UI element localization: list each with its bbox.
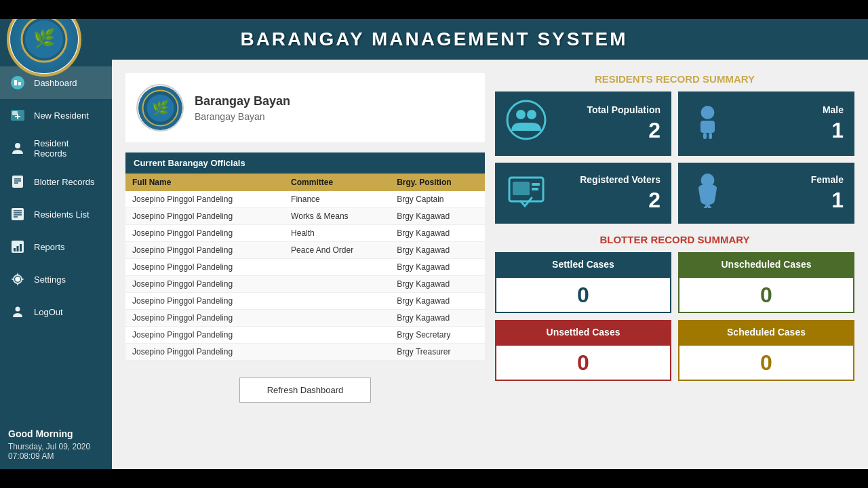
male-value: 1	[823, 118, 844, 143]
svg-rect-21	[20, 244, 22, 251]
female-label: Female	[811, 174, 844, 185]
brgy-details: Barangay Bayan Barangay Bayan	[195, 94, 290, 122]
table-row: Josepino Pinggol Pandeling Brgy Secretar…	[125, 327, 485, 344]
unscheduled-cases-value: 0	[760, 283, 772, 308]
app-title: BARANGAY MANAGEMENT SYSTEM	[240, 28, 627, 50]
cell-name: Josepino Pinggol Pandeling	[125, 310, 284, 327]
cell-committee: Health	[284, 225, 390, 242]
svg-point-29	[507, 101, 545, 139]
main-layout: Dashboard New Resident	[0, 60, 868, 469]
reports-icon	[8, 237, 27, 256]
svg-point-25	[16, 307, 20, 312]
officials-table-container: Current Barangay Officials Full Name Com…	[125, 152, 485, 361]
svg-rect-39	[532, 188, 538, 190]
blotter-scheduled-card: Scheduled Cases 0	[678, 320, 854, 381]
blotter-cases-grid: Settled Cases 0 Unscheduled Cases 0	[495, 252, 854, 381]
cell-name: Josepino Pinggol Pandeling	[125, 327, 284, 344]
logout-icon	[8, 302, 27, 321]
sidebar-item-resident-records[interactable]: Resident Records	[0, 131, 112, 165]
registered-voters-label: Registered Voters	[580, 174, 660, 185]
sidebar-label-resident-records: Resident Records	[34, 138, 104, 159]
male-label: Male	[823, 104, 844, 115]
content: 🌿 Barangay Bayan Barangay Bayan Current …	[112, 60, 868, 469]
table-row: Josepino Pinggol Pandeling Works & Means…	[125, 208, 485, 225]
svg-rect-33	[701, 121, 715, 133]
svg-rect-5	[18, 82, 21, 85]
cell-position: Brgy Kagawad	[390, 208, 485, 225]
blotter-summary: BLOTTER RECORD SUMMARY Settled Cases 0 U…	[495, 234, 854, 381]
stat-card-registered-voters: Registered Voters 2	[495, 163, 671, 224]
cell-name: Josepino Pinggol Pandeling	[125, 344, 284, 361]
sidebar-item-residents-list[interactable]: Residents List	[0, 198, 112, 230]
sidebar-label-dashboard: Dashboard	[34, 78, 77, 88]
cell-name: Josepino Pinggol Pandeling	[125, 293, 284, 310]
cell-name: Josepino Pinggol Pandeling	[125, 225, 284, 242]
svg-rect-20	[17, 246, 19, 251]
stat-card-female: Female 1	[678, 163, 854, 224]
sidebar-item-new-resident[interactable]: New Resident	[0, 99, 112, 131]
residents-summary: RESIDENTS RECORD SUMMARY	[495, 73, 854, 224]
svg-rect-38	[532, 183, 540, 186]
sidebar-item-logout[interactable]: LogOut	[0, 296, 112, 328]
total-population-icon	[506, 100, 547, 148]
svg-point-8	[15, 143, 20, 148]
svg-rect-7	[12, 111, 18, 115]
refresh-dashboard-button[interactable]: Refresh Dashboard	[239, 378, 372, 403]
cell-position: Brgy Kagawad	[390, 310, 485, 327]
cell-position: Brgy Secretary	[390, 327, 485, 344]
cell-position: Brgy Captain	[390, 191, 485, 208]
cell-position: Brgy Kagawad	[390, 293, 485, 310]
scheduled-cases-value: 0	[760, 350, 772, 375]
table-row: Josepino Pinggol Pandeling Brgy Kagawad	[125, 259, 485, 276]
dashboard-icon	[8, 73, 27, 92]
svg-point-30	[516, 110, 526, 119]
sidebar-footer: Good Morning Thursday, Jul 09, 2020 07:0…	[0, 420, 112, 469]
cell-committee: Finance	[284, 191, 390, 208]
svg-rect-4	[14, 80, 17, 85]
settled-cases-value: 0	[577, 283, 589, 308]
sidebar-label-settings: Settings	[34, 274, 66, 285]
female-info: Female 1	[811, 174, 844, 213]
cell-position: Brgy Kagawad	[390, 242, 485, 259]
unscheduled-cases-label: Unscheduled Cases	[678, 252, 854, 277]
cell-committee	[284, 344, 390, 361]
registered-voters-value: 2	[580, 188, 660, 213]
blotter-summary-title: BLOTTER RECORD SUMMARY	[495, 234, 854, 245]
residents-stats-grid: Total Population 2	[495, 92, 854, 224]
right-panel: RESIDENTS RECORD SUMMARY	[495, 73, 854, 455]
residents-summary-title: RESIDENTS RECORD SUMMARY	[495, 73, 854, 85]
sidebar-item-settings[interactable]: Settings	[0, 263, 112, 296]
unsettled-cases-value: 0	[577, 350, 589, 375]
svg-rect-19	[14, 248, 16, 251]
stat-card-male: Male 1	[678, 92, 854, 156]
unsettled-cases-body: 0	[495, 344, 671, 381]
officials-table-header: Current Barangay Officials	[125, 152, 485, 174]
cell-committee	[284, 259, 390, 276]
barangay-info: 🌿 Barangay Bayan Barangay Bayan	[125, 73, 485, 142]
table-row: Josepino Pinggol Pandeling Brgy Kagawad	[125, 293, 485, 310]
residents-list-icon	[8, 205, 27, 224]
registered-voters-icon	[506, 171, 547, 216]
settled-cases-body: 0	[495, 277, 671, 313]
sidebar: Dashboard New Resident	[0, 60, 112, 469]
total-population-value: 2	[587, 118, 660, 143]
svg-point-31	[527, 110, 536, 119]
brgy-logo-inner: 🌿	[138, 86, 182, 130]
total-population-label: Total Population	[587, 104, 660, 115]
unsettled-cases-label: Unsettled Cases	[495, 320, 671, 344]
cell-position: Brgy Kagawad	[390, 276, 485, 293]
new-resident-icon	[8, 106, 27, 125]
svg-point-32	[701, 106, 715, 119]
settled-cases-label: Settled Cases	[495, 252, 671, 277]
sidebar-item-reports[interactable]: Reports	[0, 230, 112, 263]
cell-name: Josepino Pinggol Pandeling	[125, 259, 284, 276]
male-info: Male 1	[823, 104, 844, 143]
cell-name: Josepino Pinggol Pandeling	[125, 191, 284, 208]
cell-name: Josepino Pinggol Pandeling	[125, 242, 284, 259]
svg-line-42	[708, 205, 712, 208]
bottom-bar	[0, 469, 868, 488]
cell-committee: Peace And Order	[284, 242, 390, 259]
header-logo: 🌿	[0, 19, 88, 60]
table-row: Josepino Pinggol Pandeling Brgy Treasure…	[125, 344, 485, 361]
sidebar-item-blotter-records[interactable]: Blotter Records	[0, 165, 112, 198]
